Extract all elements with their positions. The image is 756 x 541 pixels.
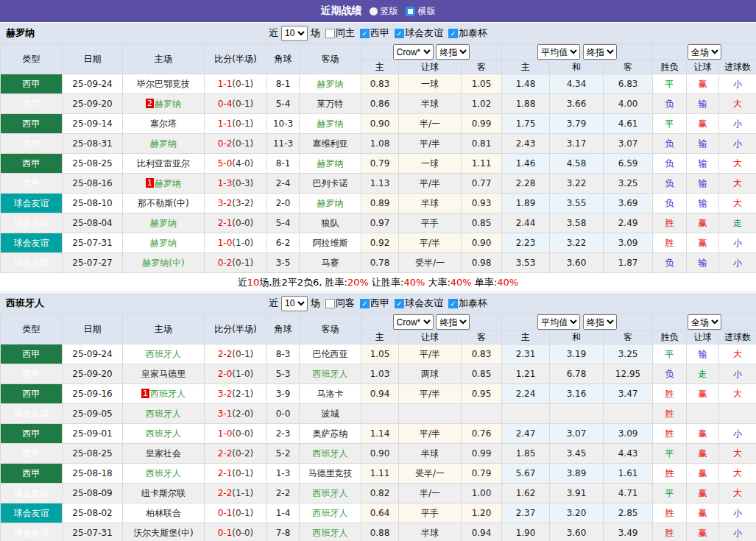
fullmatch-scope-select[interactable]: 全场 <box>688 314 721 330</box>
checkbox-unchecked-icon[interactable] <box>325 299 335 308</box>
date-cell: 25-08-25 <box>63 444 123 464</box>
team-name: 赫罗纳 <box>317 198 344 208</box>
odds-away-cell: 1.20 <box>462 503 502 523</box>
away-team-cell: 赫罗纳 <box>300 114 361 134</box>
layout-horizontal-option[interactable]: 横版 <box>406 5 436 18</box>
fulltime-score: 2-1 <box>218 468 233 478</box>
filter-checkbox-同主[interactable]: 同主 <box>325 26 355 40</box>
table-row: 球会友谊25-07-31沃尔夫斯堡(中)0-1(0-0)7-8西班牙人0.88半… <box>1 523 756 541</box>
result-handicap-cell: 输 <box>687 344 719 364</box>
summary-segment: 让胜率: <box>369 277 404 288</box>
avg-draw-cell <box>550 404 604 424</box>
home-team-cell: 2赫罗纳 <box>123 94 205 114</box>
avg-select[interactable]: 平均值 <box>537 314 580 330</box>
odds-home-cell: 0.78 <box>361 253 399 273</box>
result-goals-cell: 大 <box>719 154 756 174</box>
league-cell: 西甲 <box>1 174 63 194</box>
result-wdl-cell: 胜 <box>653 404 687 424</box>
result-goals-cell: 小 <box>719 523 756 541</box>
fullmatch-scope-select[interactable]: 全场 <box>688 44 721 60</box>
odds-away-cell: 0.93 <box>462 194 502 213</box>
fulltime-score: 0-4 <box>218 99 233 109</box>
summary-segment: 40% <box>451 277 472 288</box>
radio-selected-icon[interactable] <box>406 7 415 16</box>
league-cell: 西甲 <box>1 94 63 114</box>
avg-select[interactable]: 平均值 <box>537 44 580 60</box>
summary-segment: 40% <box>403 277 425 288</box>
table-row: 西甲25-09-20皇家马德里2-0(1-0)5-3西班牙人1.03两球0.85… <box>1 364 756 384</box>
subcol-handicap-result: 让球 <box>687 330 719 344</box>
away-team-cell: 赫罗纳 <box>300 74 361 94</box>
halftime-score: (0-1) <box>232 99 253 109</box>
halftime-score: (0-1) <box>232 349 253 359</box>
league-cell: 西甲 <box>1 424 63 444</box>
score-cell: 0-4(0-1) <box>205 94 267 114</box>
corner-cell: 5-4 <box>267 94 300 114</box>
corner-cell: 2-3 <box>267 424 300 444</box>
avg-draw-cell: 3.60 <box>550 523 604 541</box>
avg-away-cell: 2.85 <box>604 503 653 523</box>
radio-unselected-icon[interactable] <box>370 7 378 15</box>
checkbox-checked-icon[interactable]: ✓ <box>360 29 370 38</box>
date-cell: 25-08-02 <box>63 503 123 523</box>
date-cell: 25-07-31 <box>63 233 123 253</box>
avg-draw-cell: 3.19 <box>550 344 604 364</box>
odds-home-cell: 1.11 <box>361 464 399 484</box>
odds-source-select[interactable]: Crow* <box>393 44 434 60</box>
checkbox-checked-icon[interactable]: ✓ <box>448 299 458 308</box>
odds-final-select[interactable]: 终指 <box>436 44 470 60</box>
halftime-score: (0-1) <box>232 508 253 518</box>
result-goals-cell: 走 <box>719 213 756 233</box>
checkbox-checked-icon[interactable]: ✓ <box>448 29 458 38</box>
result-handicap-cell: 赢 <box>687 384 719 404</box>
filter-checkbox-label: 西甲 <box>370 297 389 310</box>
avg-home-cell: 2.37 <box>502 503 550 523</box>
filter-checkbox-label: 加泰杯 <box>459 26 487 40</box>
date-cell: 25-09-05 <box>63 404 123 424</box>
odds-final-select[interactable]: 终指 <box>436 314 470 330</box>
date-cell: 25-08-09 <box>63 484 123 503</box>
checkbox-checked-icon[interactable]: ✓ <box>395 29 404 38</box>
filter-checkbox-加泰杯[interactable]: ✓加泰杯 <box>448 26 487 40</box>
filter-checkbox-球会友谊[interactable]: ✓球会友谊 <box>395 297 443 310</box>
filter-checkbox-西甲[interactable]: ✓西甲 <box>360 26 389 40</box>
date-cell: 25-09-14 <box>63 114 123 134</box>
date-cell: 25-09-20 <box>63 364 123 384</box>
home-team-cell: 柏林联合 <box>123 503 205 523</box>
away-team-cell: 波城 <box>300 404 361 424</box>
odds-handicap-cell: 半球 <box>399 444 462 464</box>
team-name: 皇家马德里 <box>141 369 186 379</box>
filter-checkbox-label: 加泰杯 <box>459 297 487 310</box>
match-count-select[interactable]: 10 <box>281 296 308 311</box>
odds-source-select[interactable]: Crow* <box>393 314 434 330</box>
league-cell: 西甲 <box>1 444 63 464</box>
filter-checkbox-西甲[interactable]: ✓西甲 <box>360 297 389 310</box>
checkbox-unchecked-icon[interactable] <box>325 29 335 38</box>
subcol-wdl: 胜负 <box>653 330 687 344</box>
layout-horizontal-label: 横版 <box>418 5 436 18</box>
subcol-avg-home: 主 <box>502 60 550 74</box>
filter-checkbox-球会友谊[interactable]: ✓球会友谊 <box>395 26 443 40</box>
away-team-cell: 马德里竞技 <box>300 464 361 484</box>
matches-label: 场 <box>311 26 320 40</box>
checkbox-checked-icon[interactable]: ✓ <box>360 299 370 308</box>
result-goals-cell <box>719 404 756 424</box>
odds-away-cell: 1.11 <box>462 154 502 174</box>
odds-home-cell: 1.14 <box>361 424 399 444</box>
avg-final-select[interactable]: 终指 <box>583 44 617 60</box>
date-cell: 25-09-24 <box>63 344 123 364</box>
avg-final-select[interactable]: 终指 <box>583 314 617 330</box>
filter-checkbox-加泰杯[interactable]: ✓加泰杯 <box>448 297 487 310</box>
layout-vertical-option[interactable]: 竖版 <box>370 5 398 18</box>
subcol-odds-away: 客 <box>462 60 502 74</box>
avg-draw-cell: 3.16 <box>550 384 604 404</box>
filter-checkbox-同客[interactable]: 同客 <box>325 297 355 310</box>
col-header-away: 客场 <box>300 314 361 344</box>
odds-handicap-cell: 受半/一 <box>399 464 462 484</box>
result-wdl-cell: 负 <box>653 134 687 154</box>
checkbox-checked-icon[interactable]: ✓ <box>395 299 404 308</box>
odds-handicap-cell: 半球 <box>399 194 462 213</box>
match-count-select[interactable]: 10 <box>281 26 308 41</box>
away-team-cell: 巴列卡诺 <box>300 174 361 194</box>
odds-home-cell: 1.03 <box>361 364 399 384</box>
